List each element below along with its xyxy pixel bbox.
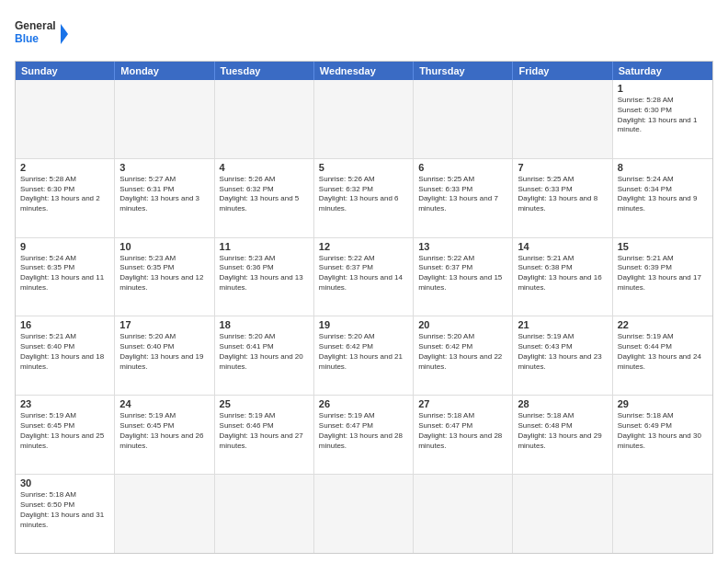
day-number: 2 [20,162,109,173]
calendar-cell-5-5 [513,475,612,553]
calendar-cell-3-3: 19Sunrise: 5:20 AM Sunset: 6:42 PM Dayli… [314,316,414,395]
calendar-cell-1-2: 4Sunrise: 5:26 AM Sunset: 6:32 PM Daylig… [215,159,314,237]
cell-info-text: Sunrise: 5:19 AM Sunset: 6:45 PM Dayligh… [20,411,109,451]
calendar-cell-1-4: 6Sunrise: 5:25 AM Sunset: 6:33 PM Daylig… [414,159,513,237]
svg-text:General: General [15,19,56,32]
day-number: 4 [220,162,309,173]
cell-info-text: Sunrise: 5:20 AM Sunset: 6:42 PM Dayligh… [319,332,408,372]
calendar-cell-3-6: 22Sunrise: 5:19 AM Sunset: 6:44 PM Dayli… [613,316,712,395]
calendar-cell-2-3: 12Sunrise: 5:22 AM Sunset: 6:37 PM Dayli… [314,238,414,316]
calendar-cell-2-6: 15Sunrise: 5:21 AM Sunset: 6:39 PM Dayli… [613,238,712,316]
calendar-cell-1-5: 7Sunrise: 5:25 AM Sunset: 6:33 PM Daylig… [513,159,612,237]
day-number: 21 [518,319,607,330]
day-number: 20 [418,319,507,330]
day-number: 7 [518,162,607,173]
cell-info-text: Sunrise: 5:18 AM Sunset: 6:49 PM Dayligh… [618,411,708,451]
day-number: 18 [220,319,309,330]
cell-info-text: Sunrise: 5:22 AM Sunset: 6:37 PM Dayligh… [418,254,507,293]
calendar-cell-5-0: 30Sunrise: 5:18 AM Sunset: 6:50 PM Dayli… [16,475,115,553]
calendar-cell-0-0 [16,80,115,158]
day-number: 27 [418,398,507,409]
calendar-cell-4-0: 23Sunrise: 5:19 AM Sunset: 6:45 PM Dayli… [16,396,115,474]
calendar-cell-0-4 [414,80,513,158]
cell-info-text: Sunrise: 5:20 AM Sunset: 6:42 PM Dayligh… [418,332,507,372]
calendar-row-1: 2Sunrise: 5:28 AM Sunset: 6:30 PM Daylig… [16,159,712,238]
cell-info-text: Sunrise: 5:21 AM Sunset: 6:39 PM Dayligh… [618,254,708,293]
day-number: 19 [319,319,408,330]
calendar-row-2: 9Sunrise: 5:24 AM Sunset: 6:35 PM Daylig… [16,238,712,317]
calendar-cell-3-5: 21Sunrise: 5:19 AM Sunset: 6:43 PM Dayli… [513,316,612,395]
weekday-header-monday: Monday [115,62,214,80]
calendar-row-0: 1Sunrise: 5:28 AM Sunset: 6:30 PM Daylig… [16,80,712,159]
cell-info-text: Sunrise: 5:24 AM Sunset: 6:34 PM Dayligh… [618,175,708,214]
calendar-cell-5-2 [215,475,314,553]
day-number: 23 [20,398,109,409]
cell-info-text: Sunrise: 5:25 AM Sunset: 6:33 PM Dayligh… [518,175,607,214]
day-number: 14 [518,241,607,252]
calendar-cell-1-6: 8Sunrise: 5:24 AM Sunset: 6:34 PM Daylig… [613,159,712,237]
calendar-cell-2-5: 14Sunrise: 5:21 AM Sunset: 6:38 PM Dayli… [513,238,612,316]
cell-info-text: Sunrise: 5:18 AM Sunset: 6:48 PM Dayligh… [518,411,607,451]
calendar-body: 1Sunrise: 5:28 AM Sunset: 6:30 PM Daylig… [16,80,712,553]
cell-info-text: Sunrise: 5:24 AM Sunset: 6:35 PM Dayligh… [20,254,109,293]
day-number: 1 [618,83,708,94]
weekday-header-tuesday: Tuesday [215,62,314,80]
cell-info-text: Sunrise: 5:26 AM Sunset: 6:32 PM Dayligh… [220,175,309,214]
day-number: 13 [418,241,507,252]
calendar-cell-4-5: 28Sunrise: 5:18 AM Sunset: 6:48 PM Dayli… [513,396,612,474]
cell-info-text: Sunrise: 5:19 AM Sunset: 6:45 PM Dayligh… [119,411,209,451]
calendar-header: SundayMondayTuesdayWednesdayThursdayFrid… [16,62,712,80]
cell-info-text: Sunrise: 5:28 AM Sunset: 6:30 PM Dayligh… [20,175,109,214]
day-number: 26 [319,398,408,409]
day-number: 5 [319,162,408,173]
day-number: 10 [119,241,209,252]
calendar-cell-4-4: 27Sunrise: 5:18 AM Sunset: 6:47 PM Dayli… [414,396,513,474]
weekday-header-wednesday: Wednesday [314,62,414,80]
cell-info-text: Sunrise: 5:25 AM Sunset: 6:33 PM Dayligh… [418,175,507,214]
cell-info-text: Sunrise: 5:23 AM Sunset: 6:36 PM Dayligh… [220,254,309,293]
weekday-header-sunday: Sunday [16,62,115,80]
weekday-header-saturday: Saturday [613,62,712,80]
calendar-row-4: 23Sunrise: 5:19 AM Sunset: 6:45 PM Dayli… [16,396,712,475]
day-number: 29 [618,398,708,409]
cell-info-text: Sunrise: 5:18 AM Sunset: 6:50 PM Dayligh… [20,490,109,530]
calendar-cell-4-1: 24Sunrise: 5:19 AM Sunset: 6:45 PM Dayli… [115,396,214,474]
calendar-cell-0-5 [513,80,612,158]
calendar-cell-3-1: 17Sunrise: 5:20 AM Sunset: 6:40 PM Dayli… [115,316,214,395]
cell-info-text: Sunrise: 5:18 AM Sunset: 6:47 PM Dayligh… [418,411,507,451]
day-number: 11 [220,241,309,252]
cell-info-text: Sunrise: 5:21 AM Sunset: 6:38 PM Dayligh… [518,254,607,293]
calendar-cell-2-2: 11Sunrise: 5:23 AM Sunset: 6:36 PM Dayli… [215,238,314,316]
calendar-cell-2-0: 9Sunrise: 5:24 AM Sunset: 6:35 PM Daylig… [16,238,115,316]
cell-info-text: Sunrise: 5:19 AM Sunset: 6:46 PM Dayligh… [220,411,309,451]
calendar-cell-3-4: 20Sunrise: 5:20 AM Sunset: 6:42 PM Dayli… [414,316,513,395]
day-number: 17 [119,319,209,330]
logo: General Blue [15,15,70,53]
day-number: 8 [618,162,708,173]
cell-info-text: Sunrise: 5:19 AM Sunset: 6:43 PM Dayligh… [518,332,607,372]
calendar-cell-3-0: 16Sunrise: 5:21 AM Sunset: 6:40 PM Dayli… [16,316,115,395]
calendar: SundayMondayTuesdayWednesdayThursdayFrid… [15,61,713,554]
calendar-cell-2-4: 13Sunrise: 5:22 AM Sunset: 6:37 PM Dayli… [414,238,513,316]
calendar-row-3: 16Sunrise: 5:21 AM Sunset: 6:40 PM Dayli… [16,316,712,396]
cell-info-text: Sunrise: 5:19 AM Sunset: 6:44 PM Dayligh… [618,332,708,372]
calendar-cell-5-4 [414,475,513,553]
day-number: 12 [319,241,408,252]
calendar-cell-1-0: 2Sunrise: 5:28 AM Sunset: 6:30 PM Daylig… [16,159,115,237]
calendar-cell-4-3: 26Sunrise: 5:19 AM Sunset: 6:47 PM Dayli… [314,396,414,474]
cell-info-text: Sunrise: 5:20 AM Sunset: 6:41 PM Dayligh… [220,332,309,372]
cell-info-text: Sunrise: 5:19 AM Sunset: 6:47 PM Dayligh… [319,411,408,451]
calendar-cell-5-1 [115,475,214,553]
day-number: 6 [418,162,507,173]
calendar-row-5: 30Sunrise: 5:18 AM Sunset: 6:50 PM Dayli… [16,475,712,553]
day-number: 28 [518,398,607,409]
svg-text:Blue: Blue [15,32,39,45]
cell-info-text: Sunrise: 5:26 AM Sunset: 6:32 PM Dayligh… [319,175,408,214]
day-number: 22 [618,319,708,330]
calendar-cell-0-1 [115,80,214,158]
cell-info-text: Sunrise: 5:22 AM Sunset: 6:37 PM Dayligh… [319,254,408,293]
calendar-cell-5-3 [314,475,414,553]
calendar-cell-0-6: 1Sunrise: 5:28 AM Sunset: 6:30 PM Daylig… [613,80,712,158]
svg-marker-2 [61,24,68,44]
day-number: 3 [119,162,209,173]
